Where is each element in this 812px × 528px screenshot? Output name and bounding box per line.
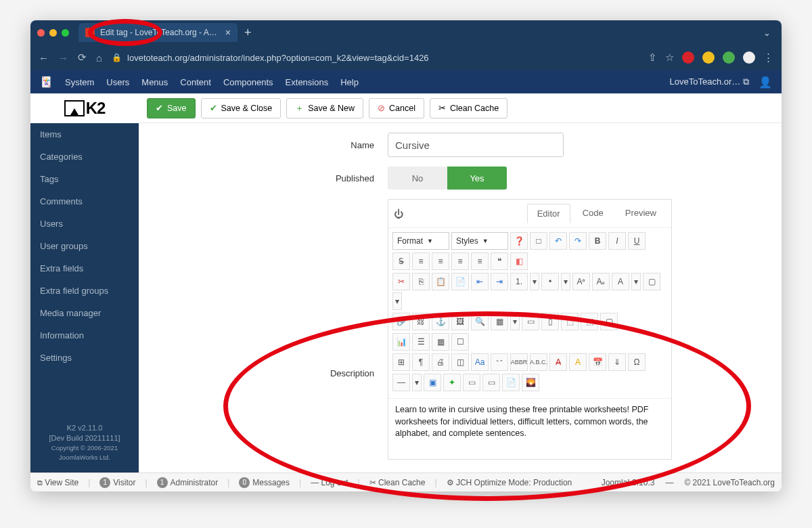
font-aa-icon[interactable]: Aa: [471, 353, 489, 371]
format-select[interactable]: Format▼: [392, 232, 449, 250]
highlight-icon[interactable]: A: [569, 353, 587, 371]
strike-icon[interactable]: S̶: [392, 252, 410, 270]
textcolor-dd-icon[interactable]: ▾: [631, 273, 641, 290]
maximize-window[interactable]: [62, 29, 69, 37]
source-icon[interactable]: ◫: [451, 353, 469, 371]
textcolor-icon[interactable]: A: [612, 273, 629, 290]
special-icon[interactable]: Ω: [628, 353, 646, 371]
row-icon[interactable]: ▭: [522, 313, 539, 330]
visitors-count[interactable]: 1Visitor: [99, 477, 135, 488]
find-icon[interactable]: 🔍: [471, 313, 489, 330]
align-justify-icon[interactable]: ≡: [471, 252, 489, 270]
photo-icon[interactable]: 🌄: [522, 374, 539, 391]
published-no[interactable]: No: [388, 167, 447, 190]
url-input[interactable]: 🔒 lovetoteach.org/administrator/index.ph…: [112, 53, 639, 63]
merge-icon[interactable]: ⬚: [561, 313, 579, 330]
user-menu-icon[interactable]: 👤: [759, 76, 772, 89]
split-icon[interactable]: ⬚: [581, 313, 598, 330]
description-textarea[interactable]: Learn to write in cursive using these fr…: [388, 398, 671, 459]
align-center-icon[interactable]: ≡: [432, 252, 449, 270]
doc-icon[interactable]: 📄: [502, 374, 520, 391]
link-icon[interactable]: 🔗: [392, 313, 410, 330]
site-name-link[interactable]: LoveToTeach.or… ⧉: [670, 76, 749, 87]
anchor2-icon[interactable]: ⇓: [608, 353, 626, 371]
outdent-icon[interactable]: ⇥: [491, 273, 508, 290]
sidebar-item-items[interactable]: Items: [30, 123, 139, 146]
grid-icon[interactable]: ▦: [432, 333, 449, 351]
sidebar-item-extra-field-groups[interactable]: Extra field groups: [30, 280, 139, 302]
table-insert-icon[interactable]: ▦: [491, 313, 508, 330]
image-icon[interactable]: 🖼: [451, 313, 469, 330]
save-new-button[interactable]: ＋ Save & New: [286, 98, 363, 118]
new-tab-button[interactable]: +: [244, 26, 252, 40]
table-dd-icon[interactable]: ▾: [510, 313, 520, 330]
menu-components[interactable]: Components: [223, 77, 273, 87]
sidebar-item-settings[interactable]: Settings: [30, 347, 139, 369]
cut-icon[interactable]: ✂: [392, 273, 410, 290]
underline-icon[interactable]: U: [628, 232, 646, 250]
logout-link[interactable]: — Log out: [311, 478, 348, 487]
menu-extensions[interactable]: Extensions: [286, 77, 329, 87]
layout1-icon[interactable]: ▭: [463, 374, 480, 391]
blockquote-icon[interactable]: ❝: [491, 252, 508, 270]
sidebar-item-comments[interactable]: Comments: [30, 190, 139, 213]
menu-content[interactable]: Content: [180, 77, 211, 87]
abc-icon[interactable]: A.B.C.: [530, 353, 547, 371]
ol-dd-icon[interactable]: ▾: [530, 273, 539, 290]
box-icon[interactable]: ☐: [451, 333, 469, 351]
extensions-icon[interactable]: [723, 51, 735, 64]
admins-count[interactable]: 1Administrator: [157, 477, 219, 488]
layout2-icon[interactable]: ▭: [482, 374, 500, 391]
table-icon[interactable]: ⊞: [392, 353, 410, 371]
editor-toggle-icon[interactable]: ⏻: [394, 208, 403, 219]
k2-brand-logo[interactable]: K2: [30, 93, 139, 123]
nav-home-icon[interactable]: ⌂: [96, 52, 102, 64]
share-icon[interactable]: ⇧: [648, 51, 657, 64]
align-left-icon[interactable]: ≡: [412, 252, 430, 270]
menu-menus[interactable]: Menus: [141, 77, 168, 87]
layers-icon[interactable]: ☰: [412, 333, 430, 351]
bold-icon[interactable]: B: [589, 232, 606, 250]
abbr-icon[interactable]: ABBR: [510, 353, 528, 371]
sidebar-item-user-groups[interactable]: User groups: [30, 235, 139, 257]
save-close-button[interactable]: ✔ Save & Close: [201, 98, 281, 118]
print-icon[interactable]: 🖨: [432, 353, 449, 371]
eraser-icon[interactable]: ◧: [510, 252, 528, 270]
save-button[interactable]: ✔ Save: [147, 98, 196, 118]
chart-icon[interactable]: 📊: [392, 333, 410, 351]
bookmark-star-icon[interactable]: ☆: [665, 51, 674, 64]
nav-reload-icon[interactable]: ⟳: [78, 51, 87, 64]
sup-icon[interactable]: Aᵃ: [572, 273, 590, 290]
tabs-overflow-icon[interactable]: ⌄: [763, 28, 775, 38]
minimize-window[interactable]: [49, 29, 57, 37]
bgcolor-dd-icon[interactable]: ▾: [392, 292, 402, 310]
published-yes[interactable]: Yes: [447, 167, 507, 190]
date-icon[interactable]: 📅: [589, 353, 606, 371]
align-right-icon[interactable]: ≡: [451, 252, 469, 270]
menu-system[interactable]: System: [65, 77, 94, 87]
sidebar-item-categories[interactable]: Categories: [30, 146, 139, 168]
pilcrow-icon[interactable]: ¶: [412, 353, 430, 371]
menu-users[interactable]: Users: [106, 77, 129, 87]
close-window[interactable]: [37, 29, 45, 37]
italic-icon[interactable]: I: [608, 232, 626, 250]
sidebar-item-tags[interactable]: Tags: [30, 168, 139, 190]
published-toggle[interactable]: No Yes: [388, 167, 765, 190]
joomla-logo-icon[interactable]: 🃏: [40, 76, 53, 88]
clean-cache-link[interactable]: ✂ Clean Cache: [369, 478, 426, 487]
nav-back-icon[interactable]: ←: [39, 52, 49, 64]
redo-icon[interactable]: ↷: [569, 232, 587, 250]
newdoc-icon[interactable]: □: [530, 232, 547, 250]
browser-tab-active[interactable]: Edit tag - LoveToTeach.org - A… ×: [78, 23, 238, 42]
clean-cache-button[interactable]: ✂ Clean Cache: [430, 98, 508, 118]
plugin-icon[interactable]: ✦: [443, 374, 461, 391]
copy-icon[interactable]: ⎘: [412, 273, 430, 290]
sidebar-item-information[interactable]: Information: [30, 324, 139, 347]
sub-icon[interactable]: Aₐ: [592, 273, 610, 290]
styles-select[interactable]: Styles▼: [451, 232, 508, 250]
ul-icon[interactable]: •: [541, 273, 559, 290]
paste-text-icon[interactable]: 📄: [451, 273, 469, 290]
remove-format-icon[interactable]: A̶: [549, 353, 567, 371]
col-icon[interactable]: ▯: [541, 313, 559, 330]
paste-icon[interactable]: 📋: [432, 273, 449, 290]
